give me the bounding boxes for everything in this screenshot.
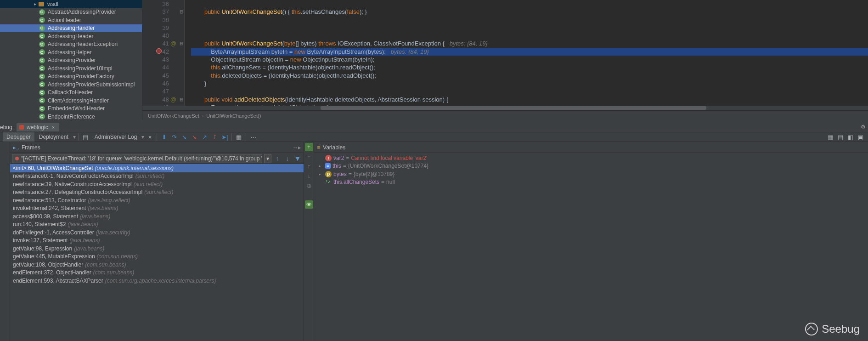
expand-icon[interactable]: ▸ <box>319 164 323 168</box>
tree-class-item[interactable]: CClientAddressingHandler <box>0 97 142 105</box>
code-line[interactable]: public void addDeletedObjects(IdentityHa… <box>191 96 868 103</box>
tree-class-item[interactable]: CAddressingProvider10Impl <box>0 64 142 73</box>
code-line[interactable] <box>191 24 868 32</box>
code-line[interactable]: this.deletedObjects = (IdentityHashtable… <box>191 72 868 80</box>
stack-frame[interactable]: newInstance:27, DelegatingConstructorAcc… <box>10 188 304 197</box>
next-frame-icon[interactable]: ↓ <box>283 155 292 162</box>
close-tab-icon[interactable]: × <box>145 132 154 142</box>
layout-icon[interactable]: ▦ <box>826 132 835 142</box>
memory-icon[interactable]: ▤ <box>836 132 845 142</box>
code-line[interactable]: public UnitOfWorkChangeSet(byte[] bytes)… <box>191 40 868 47</box>
drop-frame-icon[interactable]: ⤴ <box>210 132 219 142</box>
code-area[interactable]: public UnitOfWorkChangeSet() { this.setH… <box>185 0 868 106</box>
tree-class-item[interactable]: CActionHeader <box>0 16 142 24</box>
server-log-icon[interactable]: ▤ <box>81 132 90 142</box>
down-icon[interactable]: ↓ <box>305 172 313 180</box>
code-line[interactable]: ObjectInputStream objectIn = new ObjectI… <box>191 56 868 63</box>
tree-class-item[interactable]: CAddressingHandler <box>0 24 142 33</box>
prev-frame-icon[interactable]: ↑ <box>273 155 282 162</box>
stack-frame[interactable]: endElement:593, AbstractSAXParser(com.su… <box>10 277 304 285</box>
step-out-icon[interactable]: ↗ <box>200 132 209 142</box>
breadcrumb-item[interactable]: UnitOfWorkChangeSet <box>148 113 199 119</box>
stack-frame[interactable]: invoke:137, Statement(java.beans) <box>10 237 304 245</box>
force-step-into-icon[interactable]: ↘ <box>190 132 199 142</box>
stack-frame[interactable]: getValue:108, ObjectHandler(com.sun.bean… <box>10 261 304 269</box>
stack-frame[interactable]: endElement:372, ObjectHandler(com.sun.be… <box>10 269 304 277</box>
show-execution-point-icon[interactable]: ⬇ <box>159 132 169 142</box>
thread-selector[interactable]: "[ACTIVE] ExecuteThread: '18' for queue:… <box>10 153 304 164</box>
editor[interactable]: 3637383940@41424344454647@48495051 ⊟⊟⊟ p… <box>142 0 868 120</box>
frame-location: (com.sun.org.apache.xerces.internal.pars… <box>105 278 216 284</box>
horizontal-scrollbar[interactable] <box>142 106 868 110</box>
show-watches-icon[interactable]: 👁 <box>305 200 313 209</box>
frames-list[interactable]: <init>:60, UnitOfWorkChangeSet(oracle.to… <box>10 164 304 341</box>
stack-frame[interactable]: newInstance:513, Constructor(java.lang.r… <box>10 196 304 205</box>
tree-class-item[interactable]: CAddressingHelper <box>0 48 142 57</box>
expand-icon[interactable]: ▸ <box>319 172 323 176</box>
code-line[interactable]: public UnitOfWorkChangeSet() { this.setH… <box>191 8 868 16</box>
pin-icon[interactable]: ▣ <box>856 132 865 142</box>
tree-class-item[interactable]: CEmbeddedWsdlHeader <box>0 105 142 113</box>
tab-adminserverlog[interactable]: AdminServer Log <box>91 132 141 142</box>
thread-combo[interactable]: "[ACTIVE] ExecuteThread: '18' for queue:… <box>12 154 262 163</box>
tree-item-label: AddressingHelper <box>48 49 91 56</box>
stack-frame[interactable]: invokeInternal:242, Statement(java.beans… <box>10 205 304 213</box>
project-tree[interactable]: ▸ wsdl CAbstractAddressingProviderCActio… <box>0 0 142 120</box>
tree-class-item[interactable]: CCallbackToHeader <box>0 89 142 97</box>
code-line[interactable] <box>191 32 868 40</box>
variable-item[interactable]: !var2 = Cannot find local variable 'var2… <box>314 154 868 162</box>
variable-item[interactable]: ▸pbytes = {byte[2]@10789} <box>314 170 868 178</box>
tree-item-label: CallbackToHeader <box>48 89 93 96</box>
restore-icon[interactable]: ↔▸ <box>293 144 301 151</box>
up-icon[interactable]: ↑ <box>305 162 313 170</box>
stack-frame[interactable]: newInstance:39, NativeConstructorAccesso… <box>10 180 304 188</box>
tree-class-item[interactable]: CAddressingHeaderException <box>0 40 142 49</box>
code-line[interactable]: ByteArrayInputStream byteIn = new ByteAr… <box>191 48 868 56</box>
code-line[interactable] <box>191 16 868 24</box>
stack-frame[interactable]: getValue:445, MutableExpression(com.sun.… <box>10 253 304 261</box>
debug-run-tab[interactable]: weblogic × <box>17 123 59 131</box>
overhead-icon[interactable]: ◧ <box>846 132 855 142</box>
tree-class-item[interactable]: CAddressingProviderFactory <box>0 73 142 81</box>
tree-class-item[interactable]: CAddressingProvider <box>0 57 142 65</box>
evaluate-icon[interactable]: ▦ <box>234 132 243 142</box>
stack-frame[interactable]: access$000:39, Statement(java.beans) <box>10 212 304 221</box>
tree-class-item[interactable]: CAddressingProviderSubmissionImpl <box>0 80 142 89</box>
close-icon[interactable]: × <box>52 125 55 130</box>
variable-item[interactable]: ᶠ✓this.allChangeSets = null <box>314 178 868 187</box>
tree-class-item[interactable]: CEndpointReference <box>0 113 142 120</box>
step-into-icon[interactable]: ↘ <box>180 132 189 142</box>
tab-deployment[interactable]: Deployment <box>35 132 72 142</box>
breadcrumb[interactable]: UnitOfWorkChangeSet › UnitOfWorkChangeSe… <box>142 110 868 120</box>
fold-column[interactable]: ⊟⊟⊟ <box>178 0 185 106</box>
more-icon[interactable]: ⋯ <box>248 132 258 142</box>
stack-frame[interactable]: newInstance0:-1, NativeConstructorAccess… <box>10 172 304 181</box>
variable-item[interactable]: ▸≡this = {UnitOfWorkChangeSet@10774} <box>314 162 868 170</box>
stack-frame[interactable]: doPrivileged:-1, AccessController(java.s… <box>10 228 304 237</box>
tree-class-item[interactable]: CAddressingHeader <box>0 32 142 40</box>
remove-watch-icon[interactable]: − <box>305 153 313 161</box>
variables-list[interactable]: !var2 = Cannot find local variable 'var2… <box>314 153 868 341</box>
code-line[interactable]: this.allChangeSets = (IdentityHashtable)… <box>191 63 868 71</box>
step-over-icon[interactable]: ↷ <box>169 132 179 142</box>
code-line[interactable] <box>191 87 868 95</box>
breadcrumb-item[interactable]: UnitOfWorkChangeSet() <box>206 113 261 119</box>
gear-icon[interactable]: ⚙ <box>859 123 867 131</box>
tree-package[interactable]: ▸ wsdl <box>0 0 142 8</box>
scrollbar-thumb[interactable] <box>321 106 706 110</box>
tree-class-item[interactable]: CAbstractAddressingProvider <box>0 8 142 17</box>
stack-frame[interactable]: <init>:60, UnitOfWorkChangeSet(oracle.to… <box>10 164 304 172</box>
dropdown-icon[interactable]: ▾ <box>264 154 271 163</box>
filter-icon[interactable]: ▼ <box>293 155 302 162</box>
run-to-cursor-icon[interactable]: ➤| <box>220 132 229 142</box>
breakpoint-icon[interactable] <box>156 48 162 54</box>
stack-frame[interactable]: run:140, Statement$2(java.beans) <box>10 221 304 229</box>
line-gutter[interactable]: 3637383940@41424344454647@48495051 <box>142 0 178 106</box>
new-watch-icon[interactable]: + <box>305 143 313 151</box>
tab-debugger[interactable]: Debugger <box>3 132 34 142</box>
debug-toolbar: Debugger Deployment ▾ ▤ AdminServer Log … <box>0 132 868 142</box>
code-line[interactable] <box>191 0 868 8</box>
code-line[interactable]: } <box>191 80 868 87</box>
stack-frame[interactable]: getValue:98, Expression(java.beans) <box>10 244 304 253</box>
copy-icon[interactable]: ⧉ <box>305 182 313 190</box>
